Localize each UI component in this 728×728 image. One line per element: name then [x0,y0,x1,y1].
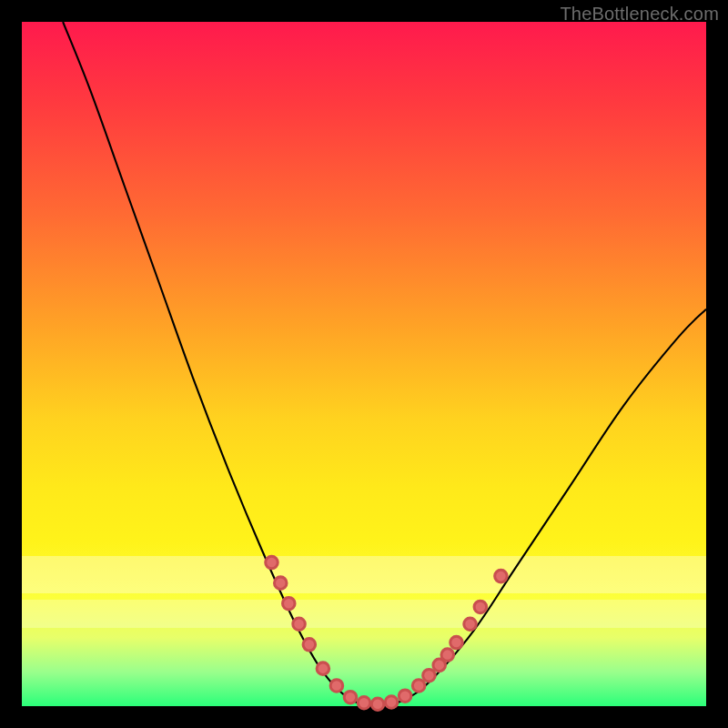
data-point [283,597,296,610]
chart-svg [22,22,706,706]
data-point [385,696,398,709]
data-point [412,680,425,693]
data-point [495,570,508,582]
chart-plot-area [22,22,706,706]
data-point [274,577,287,590]
data-point [399,690,411,703]
data-point [330,680,343,693]
data-point [474,601,487,613]
data-point [303,639,316,652]
attribution-watermark: TheBottleneck.com [560,4,719,25]
data-point [293,618,306,631]
data-point [450,636,463,649]
data-point [344,691,357,703]
data-point [441,649,454,662]
data-point [423,669,436,682]
data-point [371,698,384,711]
data-point [464,618,477,631]
bottleneck-curve [63,22,706,706]
data-point [317,662,329,675]
data-point [358,696,370,709]
data-point [266,556,278,569]
